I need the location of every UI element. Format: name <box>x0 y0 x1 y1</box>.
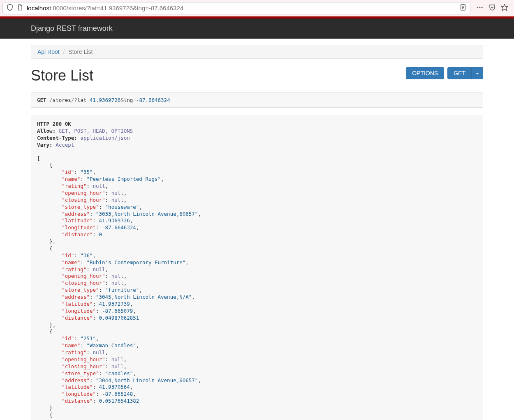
pocket-icon[interactable] <box>489 4 496 12</box>
browser-actions <box>473 4 512 12</box>
content-type-header-val: application/json <box>80 135 130 141</box>
allow-header-val: GET, POST, HEAD, OPTIONS <box>59 128 133 134</box>
request-amp: & <box>120 97 124 103</box>
request-lng-val: 87.6646324 <box>139 97 170 103</box>
response-json-body: [ { "id": "35", "name": "Peerless Import… <box>37 155 477 419</box>
page-icon <box>17 4 23 12</box>
more-icon[interactable] <box>476 4 484 12</box>
allow-header-key: Allow: <box>37 128 56 134</box>
vary-header-val: Accept <box>56 142 74 148</box>
url-text: localhost:8000/stores/?lat=41.9369726&ln… <box>27 5 456 12</box>
content-type-header-key: Content-Type: <box>37 135 77 141</box>
request-lat-val: 41.9369726 <box>90 97 120 103</box>
get-button[interactable]: GET <box>447 67 472 79</box>
vary-header-key: Vary: <box>37 142 53 148</box>
url-box[interactable]: localhost:8000/stores/?lat=41.9369726&ln… <box>2 2 470 14</box>
svg-marker-7 <box>502 5 508 11</box>
get-dropdown-toggle[interactable] <box>472 67 483 79</box>
request-lat-key: lat <box>77 97 87 103</box>
breadcrumb: Api Root / Store List <box>31 45 483 59</box>
request-sep: / <box>49 97 53 103</box>
star-icon[interactable] <box>501 4 508 12</box>
browser-address-bar: localhost:8000/stores/?lat=41.9369726&ln… <box>0 0 514 16</box>
shield-icon <box>6 4 14 12</box>
svg-point-4 <box>477 7 478 8</box>
reader-mode-icon[interactable] <box>459 4 467 12</box>
chevron-down-icon <box>476 73 479 74</box>
request-line: GET /stores/?lat=41.9369726&lng=-87.6646… <box>31 92 483 108</box>
request-path: stores <box>53 97 71 103</box>
request-lng-key: lng <box>124 97 133 103</box>
svg-point-5 <box>479 7 481 8</box>
breadcrumb-separator: / <box>61 48 67 55</box>
svg-point-6 <box>482 7 483 8</box>
navbar: Django REST framework <box>0 18 514 39</box>
breadcrumb-root-link[interactable]: Api Root <box>37 48 60 55</box>
options-button[interactable]: OPTIONS <box>406 67 444 79</box>
brand-link[interactable]: Django REST framework <box>31 24 113 32</box>
action-buttons: OPTIONS GET <box>406 67 483 79</box>
request-sep2: /? <box>71 97 77 103</box>
request-eq: = <box>86 97 90 103</box>
status-line: HTTP 200 OK <box>37 121 71 127</box>
response-box: HTTP 200 OK Allow: GET, POST, HEAD, OPTI… <box>31 115 483 420</box>
request-method: GET <box>37 97 46 103</box>
request-eq2: =- <box>133 97 139 103</box>
page-title: Store List <box>31 67 93 84</box>
breadcrumb-current: Store List <box>68 48 93 55</box>
